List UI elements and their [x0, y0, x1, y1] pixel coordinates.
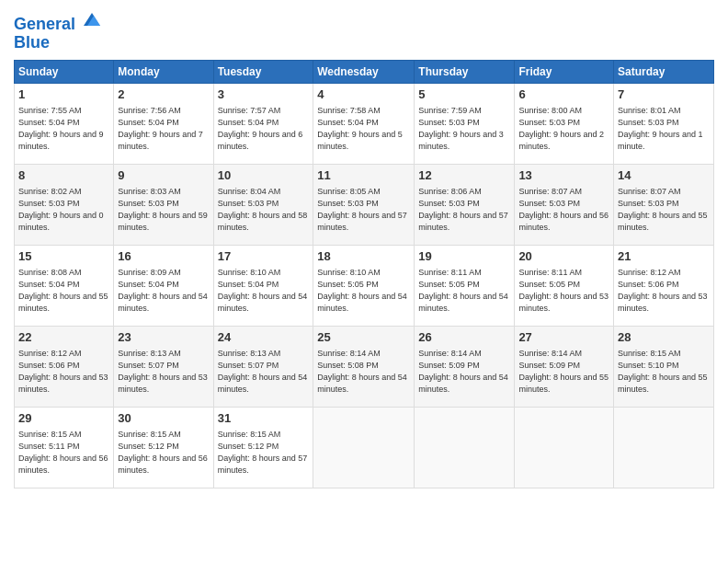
day-number: 27	[518, 329, 609, 346]
calendar-cell: 15Sunrise: 8:08 AM Sunset: 5:04 PM Dayli…	[15, 245, 114, 326]
calendar-week-5: 29Sunrise: 8:15 AM Sunset: 5:11 PM Dayli…	[15, 407, 714, 488]
logo-text: General	[14, 9, 102, 34]
calendar-cell: 9Sunrise: 8:03 AM Sunset: 5:03 PM Daylig…	[114, 164, 213, 245]
calendar-header-row: SundayMondayTuesdayWednesdayThursdayFrid…	[15, 60, 714, 83]
day-info: Sunrise: 8:11 AM Sunset: 5:05 PM Dayligh…	[518, 267, 609, 315]
calendar-cell: 4Sunrise: 7:58 AM Sunset: 5:04 PM Daylig…	[313, 83, 415, 164]
day-info: Sunrise: 8:14 AM Sunset: 5:09 PM Dayligh…	[518, 348, 609, 396]
day-number: 20	[518, 248, 609, 265]
day-number: 21	[618, 248, 710, 265]
calendar-cell: 21Sunrise: 8:12 AM Sunset: 5:06 PM Dayli…	[614, 245, 714, 326]
day-number: 8	[18, 167, 109, 184]
day-info: Sunrise: 8:10 AM Sunset: 5:05 PM Dayligh…	[317, 267, 410, 315]
day-info: Sunrise: 7:58 AM Sunset: 5:04 PM Dayligh…	[317, 105, 410, 153]
day-number: 17	[218, 248, 310, 265]
day-number: 15	[18, 248, 109, 265]
calendar-cell: 16Sunrise: 8:09 AM Sunset: 5:04 PM Dayli…	[114, 245, 213, 326]
calendar-cell: 23Sunrise: 8:13 AM Sunset: 5:07 PM Dayli…	[114, 326, 213, 407]
calendar-cell: 20Sunrise: 8:11 AM Sunset: 5:05 PM Dayli…	[515, 245, 614, 326]
day-info: Sunrise: 8:15 AM Sunset: 5:11 PM Dayligh…	[18, 429, 109, 477]
day-number: 10	[218, 167, 310, 184]
calendar-cell: 30Sunrise: 8:15 AM Sunset: 5:12 PM Dayli…	[114, 407, 213, 488]
calendar-cell	[614, 407, 714, 488]
calendar-week-2: 8Sunrise: 8:02 AM Sunset: 5:03 PM Daylig…	[15, 164, 714, 245]
day-number: 31	[218, 410, 310, 427]
day-number: 9	[118, 167, 209, 184]
day-number: 12	[418, 167, 510, 184]
day-info: Sunrise: 7:57 AM Sunset: 5:04 PM Dayligh…	[218, 105, 310, 153]
calendar-cell: 13Sunrise: 8:07 AM Sunset: 5:03 PM Dayli…	[515, 164, 614, 245]
calendar-body: 1Sunrise: 7:55 AM Sunset: 5:04 PM Daylig…	[15, 83, 714, 488]
day-number: 26	[418, 329, 510, 346]
calendar-cell: 29Sunrise: 8:15 AM Sunset: 5:11 PM Dayli…	[15, 407, 114, 488]
calendar-week-3: 15Sunrise: 8:08 AM Sunset: 5:04 PM Dayli…	[15, 245, 714, 326]
calendar-cell	[313, 407, 415, 488]
page-container: General Blue SundayMondayTuesdayWednesda…	[0, 0, 728, 498]
weekday-header-thursday: Thursday	[415, 60, 515, 83]
calendar-cell: 11Sunrise: 8:05 AM Sunset: 5:03 PM Dayli…	[313, 164, 415, 245]
day-info: Sunrise: 8:15 AM Sunset: 5:12 PM Dayligh…	[118, 429, 209, 477]
day-info: Sunrise: 8:08 AM Sunset: 5:04 PM Dayligh…	[18, 267, 109, 315]
day-info: Sunrise: 8:09 AM Sunset: 5:04 PM Dayligh…	[118, 267, 209, 315]
day-info: Sunrise: 8:14 AM Sunset: 5:09 PM Dayligh…	[418, 348, 510, 396]
calendar-cell: 12Sunrise: 8:06 AM Sunset: 5:03 PM Dayli…	[415, 164, 515, 245]
calendar-cell: 25Sunrise: 8:14 AM Sunset: 5:08 PM Dayli…	[313, 326, 415, 407]
day-info: Sunrise: 8:15 AM Sunset: 5:10 PM Dayligh…	[618, 348, 710, 396]
day-number: 25	[317, 329, 410, 346]
day-info: Sunrise: 7:56 AM Sunset: 5:04 PM Dayligh…	[118, 105, 209, 153]
day-info: Sunrise: 8:13 AM Sunset: 5:07 PM Dayligh…	[218, 348, 310, 396]
day-number: 13	[518, 167, 609, 184]
day-info: Sunrise: 8:15 AM Sunset: 5:12 PM Dayligh…	[218, 429, 310, 477]
day-info: Sunrise: 8:13 AM Sunset: 5:07 PM Dayligh…	[118, 348, 209, 396]
logo-blue: Blue	[14, 34, 102, 52]
calendar-cell: 14Sunrise: 8:07 AM Sunset: 5:03 PM Dayli…	[614, 164, 714, 245]
day-info: Sunrise: 8:14 AM Sunset: 5:08 PM Dayligh…	[317, 348, 410, 396]
day-number: 16	[118, 248, 209, 265]
calendar-cell: 31Sunrise: 8:15 AM Sunset: 5:12 PM Dayli…	[213, 407, 313, 488]
calendar-cell: 5Sunrise: 7:59 AM Sunset: 5:03 PM Daylig…	[415, 83, 515, 164]
day-number: 7	[618, 86, 710, 103]
logo-general: General	[14, 15, 75, 33]
day-number: 14	[618, 167, 710, 184]
weekday-header-friday: Friday	[515, 60, 614, 83]
day-number: 1	[18, 86, 109, 103]
day-info: Sunrise: 8:07 AM Sunset: 5:03 PM Dayligh…	[518, 186, 609, 234]
weekday-header-sunday: Sunday	[15, 60, 114, 83]
day-info: Sunrise: 8:12 AM Sunset: 5:06 PM Dayligh…	[18, 348, 109, 396]
day-info: Sunrise: 8:02 AM Sunset: 5:03 PM Dayligh…	[18, 186, 109, 234]
calendar-cell	[515, 407, 614, 488]
day-number: 22	[18, 329, 109, 346]
day-number: 19	[418, 248, 510, 265]
day-info: Sunrise: 8:06 AM Sunset: 5:03 PM Dayligh…	[418, 186, 510, 234]
day-info: Sunrise: 8:03 AM Sunset: 5:03 PM Dayligh…	[118, 186, 209, 234]
weekday-header-monday: Monday	[114, 60, 213, 83]
calendar-cell: 18Sunrise: 8:10 AM Sunset: 5:05 PM Dayli…	[313, 245, 415, 326]
day-number: 5	[418, 86, 510, 103]
calendar-cell: 10Sunrise: 8:04 AM Sunset: 5:03 PM Dayli…	[213, 164, 313, 245]
weekday-header-tuesday: Tuesday	[213, 60, 313, 83]
calendar-cell: 7Sunrise: 8:01 AM Sunset: 5:03 PM Daylig…	[614, 83, 714, 164]
day-number: 2	[118, 86, 209, 103]
day-number: 24	[218, 329, 310, 346]
day-number: 30	[118, 410, 209, 427]
day-info: Sunrise: 8:01 AM Sunset: 5:03 PM Dayligh…	[618, 105, 710, 153]
day-info: Sunrise: 7:59 AM Sunset: 5:03 PM Dayligh…	[418, 105, 510, 153]
day-info: Sunrise: 8:10 AM Sunset: 5:04 PM Dayligh…	[218, 267, 310, 315]
weekday-header-saturday: Saturday	[614, 60, 714, 83]
calendar-week-4: 22Sunrise: 8:12 AM Sunset: 5:06 PM Dayli…	[15, 326, 714, 407]
header: General Blue	[14, 9, 714, 52]
calendar-cell: 3Sunrise: 7:57 AM Sunset: 5:04 PM Daylig…	[213, 83, 313, 164]
calendar-cell: 1Sunrise: 7:55 AM Sunset: 5:04 PM Daylig…	[15, 83, 114, 164]
calendar-cell: 6Sunrise: 8:00 AM Sunset: 5:03 PM Daylig…	[515, 83, 614, 164]
day-number: 6	[518, 86, 609, 103]
calendar-cell: 27Sunrise: 8:14 AM Sunset: 5:09 PM Dayli…	[515, 326, 614, 407]
calendar-cell: 2Sunrise: 7:56 AM Sunset: 5:04 PM Daylig…	[114, 83, 213, 164]
day-info: Sunrise: 8:00 AM Sunset: 5:03 PM Dayligh…	[518, 105, 609, 153]
day-info: Sunrise: 7:55 AM Sunset: 5:04 PM Dayligh…	[18, 105, 109, 153]
calendar-cell: 19Sunrise: 8:11 AM Sunset: 5:05 PM Dayli…	[415, 245, 515, 326]
day-info: Sunrise: 8:12 AM Sunset: 5:06 PM Dayligh…	[618, 267, 710, 315]
logo-icon	[82, 9, 102, 29]
day-info: Sunrise: 8:05 AM Sunset: 5:03 PM Dayligh…	[317, 186, 410, 234]
day-info: Sunrise: 8:07 AM Sunset: 5:03 PM Dayligh…	[618, 186, 710, 234]
weekday-header-wednesday: Wednesday	[313, 60, 415, 83]
